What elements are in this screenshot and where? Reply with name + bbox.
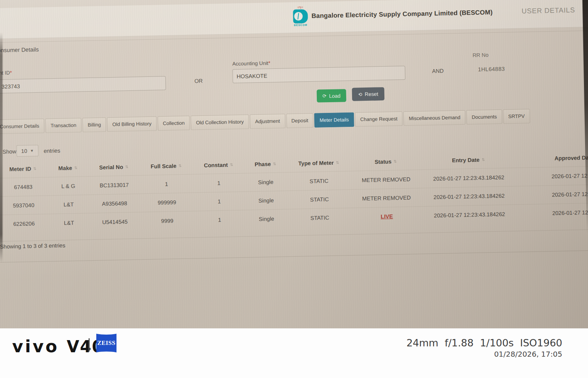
tab-old-collection-history[interactable]: Old Collection History	[191, 114, 249, 130]
column-label: Type of Meter	[298, 159, 334, 166]
cell-make: L&T	[49, 213, 89, 232]
cell-approved-date: 2026-01-27 12:23:43	[517, 184, 588, 204]
vivo-logo: vivo V40	[12, 336, 104, 356]
sort-icon: ⇅	[336, 160, 339, 164]
camera-settings: 24mm f/1.88 1/100s ISO1960	[406, 337, 562, 349]
tab-deposit[interactable]: Deposit	[286, 113, 313, 128]
tab-documents[interactable]: Documents	[466, 110, 502, 125]
page-size-select[interactable]: 10 ▼	[16, 145, 39, 157]
cell-make: L & G	[48, 176, 89, 195]
cell-type-of-meter: STATIC	[287, 171, 351, 191]
column-header-approved-date[interactable]: Approved Date⇅	[516, 147, 588, 168]
column-label: Entry Date	[452, 156, 480, 163]
column-header-serial-no[interactable]: Serial No⇅	[88, 157, 140, 176]
column-header-type-of-meter[interactable]: Type of Meter⇅	[286, 153, 351, 172]
cell-full-scale: 999999	[140, 193, 194, 212]
sort-icon: ⇅	[125, 165, 129, 169]
cell-entry-date: 2026-01-27 12:23:43.184262	[421, 168, 517, 188]
sort-icon: ⇅	[33, 167, 37, 171]
cell-constant: 1	[194, 210, 245, 229]
tab-transaction[interactable]: Transaction	[45, 118, 82, 133]
cell-approved-date: 2026-01-27 12:23:43	[517, 202, 588, 223]
zeiss-badge: ZEISS	[96, 333, 116, 353]
cell-serial-no: U5414545	[89, 212, 141, 231]
bescom-logo-icon	[293, 9, 308, 24]
cell-meter-id: 6226206	[0, 214, 49, 233]
tab-srtpv[interactable]: SRTPV	[503, 109, 530, 124]
cell-serial-no: BC1313017	[88, 175, 140, 195]
chevron-down-icon: ▼	[30, 149, 34, 153]
photographed-screen: ಬೆಸ್ಕಾಂ BESCOM Bangalore Electricity Sup…	[0, 0, 588, 378]
bescom-logo: ಬೆಸ್ಕಾಂ BESCOM	[291, 6, 309, 29]
sort-icon: ⇅	[482, 157, 485, 161]
app-header: ಬೆಸ್ಕಾಂ BESCOM Bangalore Electricity Sup…	[0, 0, 588, 39]
tab-change-request[interactable]: Change Request	[355, 111, 403, 127]
cell-type-of-meter: STATIC	[287, 208, 352, 228]
tab-miscellaneous-demand[interactable]: Miscellaneous Demand	[404, 110, 466, 126]
show-label: Show	[3, 148, 17, 155]
bescom-logo-text: BESCOM	[292, 24, 309, 26]
tab-meter-details[interactable]: Meter Details	[314, 113, 354, 128]
vivo-brand: vivo	[12, 336, 59, 356]
cell-approved-date: 2026-01-27 12:23:43	[516, 165, 588, 186]
column-header-phase[interactable]: Phase⇅	[244, 154, 287, 173]
sort-icon: ⇅	[74, 165, 78, 170]
cell-constant: 1	[193, 174, 245, 193]
cell-meter-id: 674483	[0, 177, 48, 196]
column-header-status[interactable]: Status⇅	[351, 152, 421, 171]
reset-button[interactable]: ⟲ Reset	[352, 87, 385, 101]
or-label: OR	[194, 78, 203, 84]
rr-no-value: 1HL64883	[478, 65, 505, 72]
camera-watermark-bar: vivo V40 ZEISS 24mm f/1.88 1/100s ISO196…	[0, 328, 588, 378]
cell-phase: Single	[245, 191, 287, 210]
tab-adjustment[interactable]: Adjustment	[250, 114, 285, 129]
cell-entry-date: 2026-01-27 12:23:43.184262	[422, 205, 517, 225]
sort-icon: ⇅	[230, 163, 233, 167]
column-header-entry-date[interactable]: Entry Date⇅	[420, 150, 516, 170]
required-asterisk: *	[268, 60, 270, 66]
section-title: Consumer Details	[0, 46, 39, 54]
column-header-make[interactable]: Make⇅	[47, 158, 88, 177]
column-label: Serial No	[99, 164, 123, 170]
column-label: Full Scale	[151, 163, 176, 169]
column-header-meter-id[interactable]: Meter ID⇅	[0, 159, 48, 178]
tab-old-billing-history[interactable]: Old Billing History	[107, 116, 157, 132]
table-summary: Showing 1 to 3 of 3 entries	[0, 242, 65, 250]
page-size-value: 10	[21, 148, 27, 154]
accounting-unit-label: Accounting Unit*	[232, 60, 270, 67]
load-spinner-icon: ⟳	[322, 93, 326, 99]
cell-status: METER REMOVED	[351, 170, 421, 189]
sort-icon: ⇅	[179, 164, 182, 168]
cell-phase: Single	[244, 172, 287, 191]
meter-table: Meter ID⇅Make⇅Serial No⇅Full Scale⇅Const…	[0, 147, 588, 233]
column-label: Phase	[255, 161, 271, 167]
cell-status: METER REMOVED	[351, 188, 422, 208]
required-asterisk: *	[10, 69, 12, 75]
zeiss-label: ZEISS	[97, 339, 115, 347]
cell-meter-id: 5937040	[0, 196, 49, 215]
column-header-full-scale[interactable]: Full Scale⇅	[139, 157, 193, 175]
accounting-unit-input[interactable]	[232, 66, 405, 83]
and-label: AND	[432, 68, 444, 74]
user-details-menu[interactable]: USER DETAILS	[521, 6, 575, 15]
cell-status[interactable]: LIVE	[352, 207, 422, 226]
tab-billing[interactable]: Billing	[82, 117, 106, 132]
tab-bar: Consumer DetailsTransactionBillingOld Bi…	[0, 107, 588, 134]
cell-serial-no: A9356498	[89, 194, 140, 213]
load-button[interactable]: ⟳ Load	[317, 89, 347, 103]
app-screen: ಬೆಸ್ಕಾಂ BESCOM Bangalore Electricity Sup…	[0, 0, 588, 328]
column-label: Make	[58, 165, 72, 171]
account-id-input[interactable]	[0, 76, 166, 94]
tab-collection[interactable]: Collection	[158, 116, 190, 131]
account-id-label: Account ID*	[0, 69, 12, 76]
watermark-divider	[89, 338, 90, 352]
cell-entry-date: 2026-01-27 12:23:43.184262	[421, 186, 517, 206]
tab-consumer-details[interactable]: Consumer Details	[0, 119, 44, 134]
cell-phase: Single	[245, 209, 288, 228]
reset-refresh-icon: ⟲	[358, 92, 362, 97]
column-label: Status	[374, 158, 391, 165]
sort-icon: ⇅	[273, 161, 276, 165]
sort-icon: ⇅	[394, 159, 397, 163]
cell-type-of-meter: STATIC	[287, 190, 352, 209]
column-header-constant[interactable]: Constant⇅	[193, 156, 244, 174]
